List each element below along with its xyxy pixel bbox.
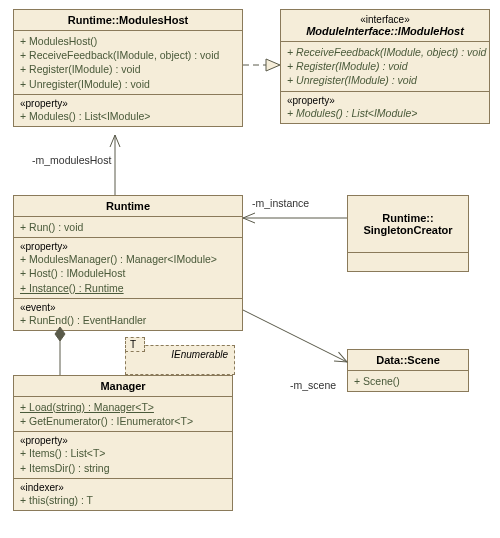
type-param: T [125, 337, 145, 352]
class-runtime: Runtime + Run() : void «property» + Modu… [13, 195, 243, 331]
stereo: «event» [20, 302, 236, 313]
class-header: «interface» ModuleInterface::IModuleHost [281, 10, 489, 42]
op: + Scene() [354, 374, 462, 388]
op: + Unregister(IModule) : void [20, 77, 236, 91]
stereo: «property» [20, 435, 226, 446]
op: + ModulesHost() [20, 34, 236, 48]
operations: + Run() : void [14, 217, 242, 238]
op: + Run() : void [20, 220, 236, 234]
class-imodulehost: «interface» ModuleInterface::IModuleHost… [280, 9, 490, 124]
prop: + ItemsDir() : string [20, 461, 226, 475]
label-m-modules-host: -m_modulesHost [32, 154, 111, 166]
properties: «property» + Modules() : List<IModule> [281, 92, 489, 123]
stereo: «property» [287, 95, 483, 106]
stereo: «property» [20, 98, 236, 109]
prop: + ModulesManager() : Manager<IModule> [20, 252, 236, 266]
class-name: Runtime:: SingletonCreator [354, 212, 462, 236]
class-name: Data::Scene [354, 354, 462, 366]
operations: + Scene() [348, 371, 468, 391]
prop: + Modules() : List<IModule> [287, 106, 483, 120]
class-scene: Data::Scene + Scene() [347, 349, 469, 392]
tparam-label: T [130, 339, 136, 350]
prop-static: + Instance() : Runtime [20, 281, 236, 295]
class-name: ModuleInterface::IModuleHost [287, 25, 483, 37]
idx: + this(string) : T [20, 493, 226, 507]
class-singleton: Runtime:: SingletonCreator [347, 195, 469, 272]
prop: + Items() : List<T> [20, 446, 226, 460]
operations: + ModulesHost() + ReceiveFeedback(IModul… [14, 31, 242, 95]
op: + Register(IModule) : void [20, 62, 236, 76]
prop: + Host() : IModuleHost [20, 266, 236, 280]
properties: «property» + Items() : List<T> + ItemsDi… [14, 432, 232, 478]
properties: «property» + ModulesManager() : Manager<… [14, 238, 242, 299]
class-header: Data::Scene [348, 350, 468, 371]
class-name: Runtime [20, 200, 236, 212]
label-m-scene: -m_scene [290, 379, 336, 391]
class-header: Manager [14, 376, 232, 397]
events: «event» + RunEnd() : EventHandler [14, 299, 242, 330]
stereo: «property» [20, 241, 236, 252]
properties: «property» + Modules() : List<IModule> [14, 95, 242, 126]
assoc-scene [243, 310, 347, 362]
ienumerable-label: IEnumerable [171, 349, 228, 360]
operations: + ReceiveFeedback(IModule, object) : voi… [281, 42, 489, 92]
op: + ReceiveFeedback(IModule, object) : voi… [287, 45, 483, 59]
class-header: Runtime:: SingletonCreator [348, 196, 468, 253]
label-m-instance: -m_instance [252, 197, 309, 209]
op: + Unregister(IModule) : void [287, 73, 483, 87]
empty [348, 253, 468, 271]
class-name: Runtime::ModulesHost [20, 14, 236, 26]
class-manager: Manager + Load(string) : Manager<T> + Ge… [13, 375, 233, 511]
class-header: Runtime::ModulesHost [14, 10, 242, 31]
op: + ReceiveFeedback(IModule, object) : voi… [20, 48, 236, 62]
stereo: «interface» [287, 14, 483, 25]
class-name: Manager [20, 380, 226, 392]
prop: + Modules() : List<IModule> [20, 109, 236, 123]
op: + Register(IModule) : void [287, 59, 483, 73]
stereo: «indexer» [20, 482, 226, 493]
class-header: Runtime [14, 196, 242, 217]
class-modules-host: Runtime::ModulesHost + ModulesHost() + R… [13, 9, 243, 127]
operations: + Load(string) : Manager<T> + GetEnumera… [14, 397, 232, 432]
op: + GetEnumerator() : IEnumerator<T> [20, 414, 226, 428]
indexers: «indexer» + this(string) : T [14, 479, 232, 510]
op-static: + Load(string) : Manager<T> [20, 400, 226, 414]
evt: + RunEnd() : EventHandler [20, 313, 236, 327]
